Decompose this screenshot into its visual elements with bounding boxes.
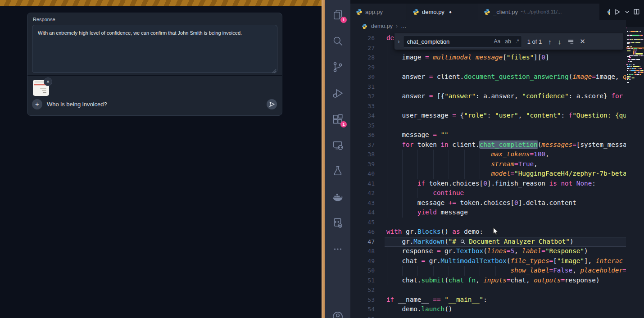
resize-handle-icon[interactable] xyxy=(272,69,277,73)
line-number: 26 xyxy=(350,33,375,43)
line-number: 53 xyxy=(350,295,375,305)
line-number: 30 xyxy=(350,72,375,82)
tab-app-py[interactable]: app.py xyxy=(350,4,407,20)
magnifier-emoji xyxy=(460,238,465,245)
line-number: 51 xyxy=(350,276,375,286)
breadcrumb-separator: › xyxy=(396,23,398,29)
code-line[interactable]: 46with gr.Blocks() as demo: xyxy=(350,227,626,237)
whole-word-toggle[interactable]: ab xyxy=(505,38,511,45)
breadcrumb: demo.py › … xyxy=(350,20,626,32)
code-line[interactable]: 40model="HuggingFaceH4/zephyr-7b-beta xyxy=(350,169,626,179)
line-number: 49 xyxy=(350,256,375,266)
breadcrumb-file[interactable]: demo.py xyxy=(371,23,393,29)
line-number: 28 xyxy=(350,53,375,63)
line-number: 41 xyxy=(350,179,375,189)
toggle-replace-chevron-icon[interactable]: › xyxy=(395,38,403,45)
code-line[interactable]: 33 xyxy=(350,101,626,111)
find-input-box: Aa ab .* xyxy=(403,36,522,48)
code-line[interactable]: 45 xyxy=(350,218,626,227)
code-line[interactable]: 37for token in client.chat_completion(me… xyxy=(350,140,626,150)
editor-actions xyxy=(607,4,644,20)
activity-bar: 1 1 xyxy=(325,0,350,318)
more-actions-icon[interactable] xyxy=(332,243,344,255)
run-debug-icon[interactable] xyxy=(332,87,344,99)
add-file-button[interactable]: + xyxy=(32,99,42,109)
response-textarea[interactable]: With an extremely high level of confiden… xyxy=(32,25,277,73)
editor-tab-bar: app.py demo.py ● _client.py ~/.../python… xyxy=(350,0,644,20)
docker-icon[interactable] xyxy=(332,191,344,203)
code-line[interactable]: 34user_message = {"role": "user", "conte… xyxy=(350,111,626,121)
code-line[interactable]: 38max_tokens=100, xyxy=(350,150,626,159)
find-widget: › Aa ab .* 1 of 1 ↑ ↓ ✕ xyxy=(394,33,624,50)
line-number: 31 xyxy=(350,82,375,92)
code-line[interactable]: 39stream=True, xyxy=(350,159,626,169)
find-in-selection-button[interactable] xyxy=(567,38,574,45)
line-number: 34 xyxy=(350,111,375,121)
code-line[interactable]: 44yield message xyxy=(350,208,626,218)
line-number: 29 xyxy=(350,63,375,73)
source-control-icon[interactable] xyxy=(332,61,344,73)
find-close-button[interactable]: ✕ xyxy=(580,37,585,45)
next-match-button[interactable]: ↓ xyxy=(558,38,562,45)
code-line[interactable]: 47gr.Markdown("# Document Analyzer Chatb… xyxy=(350,237,626,247)
tab-demo-py[interactable]: demo.py ● xyxy=(407,4,478,20)
task-file-gear-icon[interactable] xyxy=(332,217,344,229)
line-number: 36 xyxy=(350,130,375,140)
code-line[interactable]: 35 xyxy=(350,121,626,131)
line-number: 48 xyxy=(350,246,375,256)
code-line[interactable]: 41if token.choices[0].finish_reason is n… xyxy=(350,179,626,189)
code-line[interactable]: 55 xyxy=(350,314,626,318)
testing-beaker-icon[interactable] xyxy=(332,165,344,177)
line-number: 43 xyxy=(350,198,375,208)
search-match: chat_completion xyxy=(480,141,538,148)
code-line[interactable]: 49chat = gr.MultimodalTextbox(file_types… xyxy=(350,256,626,266)
remote-explorer-icon[interactable] xyxy=(332,140,344,151)
python-icon xyxy=(484,9,490,15)
line-number: 52 xyxy=(350,285,375,295)
breadcrumb-more[interactable]: … xyxy=(401,23,407,29)
code-line[interactable]: 32answer = [{"answer": a.answer, "confid… xyxy=(350,91,626,101)
account-icon[interactable] xyxy=(332,311,344,318)
send-button[interactable] xyxy=(267,99,277,109)
previous-match-button[interactable]: ↑ xyxy=(548,38,552,45)
code-line[interactable]: 50show_label=False, placeholder= xyxy=(350,266,626,276)
code-line[interactable]: 42continue xyxy=(350,188,626,198)
run-python-icon[interactable] xyxy=(607,9,610,15)
line-number: 38 xyxy=(350,150,375,159)
code-line[interactable]: 52 xyxy=(350,285,626,295)
extensions-icon[interactable]: 1 xyxy=(332,114,344,125)
code-line[interactable]: 54demo.launch() xyxy=(350,304,626,314)
minimap[interactable] xyxy=(626,27,644,318)
response-label: Response xyxy=(33,17,55,22)
code-line[interactable]: 31 xyxy=(350,82,626,92)
chat-message-input[interactable]: Who is being invoiced? xyxy=(47,101,107,108)
code-line[interactable]: 51chat.submit(chat_fn, inputs=chat, outp… xyxy=(350,276,626,286)
tab-client-py[interactable]: _client.py ~/.../python3.11/... xyxy=(478,4,600,20)
code-line[interactable]: 48response = gr.Textbox(lines=5, label="… xyxy=(350,246,626,256)
remove-attachment-button[interactable]: × xyxy=(44,77,52,86)
line-number: 47 xyxy=(350,237,375,247)
gradio-form-card: Response With an extremely high level of… xyxy=(27,13,282,116)
run-dropdown-chevron-icon[interactable] xyxy=(625,9,629,14)
code-line[interactable]: 29 xyxy=(350,63,626,73)
code-line[interactable]: 28image = multimodal_message["files"][0] xyxy=(350,53,626,63)
explorer-icon[interactable]: 1 xyxy=(332,9,344,21)
find-input[interactable] xyxy=(404,38,492,45)
line-number: 50 xyxy=(350,266,375,276)
extensions-badge: 1 xyxy=(340,121,347,127)
regex-toggle[interactable]: .* xyxy=(516,38,519,45)
code-line[interactable]: 53if __name__ == "__main__": xyxy=(350,295,626,305)
code-line[interactable]: 43message += token.choices[0].delta.cont… xyxy=(350,198,626,208)
search-icon[interactable] xyxy=(332,35,344,47)
match-case-toggle[interactable]: Aa xyxy=(494,38,501,45)
line-number: 27 xyxy=(350,43,375,53)
line-number: 42 xyxy=(350,188,375,198)
line-number: 33 xyxy=(350,101,375,111)
code-line[interactable]: 36message = "" xyxy=(350,130,626,140)
line-number: 37 xyxy=(350,140,375,150)
send-icon xyxy=(269,101,275,107)
run-button[interactable] xyxy=(614,8,621,16)
code-line[interactable]: 30answer = client.document_question_answ… xyxy=(350,72,626,82)
split-editor-button[interactable] xyxy=(634,8,639,15)
code-editor[interactable]: 26de2728image = multimodal_message["file… xyxy=(350,32,626,318)
